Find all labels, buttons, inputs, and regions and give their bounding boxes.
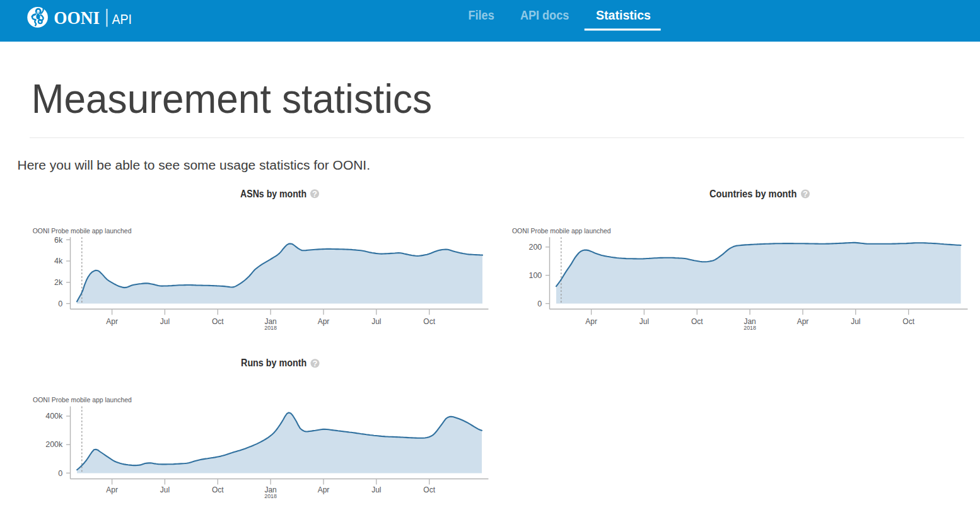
svg-text:Jul: Jul — [371, 317, 381, 326]
svg-text:OONI Probe mobile app launched: OONI Probe mobile app launched — [512, 227, 611, 235]
svg-text:Apr: Apr — [106, 485, 118, 494]
svg-text:Oct: Oct — [423, 317, 435, 326]
svg-text:?: ? — [803, 189, 808, 199]
svg-text:Jul: Jul — [371, 485, 381, 494]
svg-text:Jul: Jul — [639, 317, 649, 326]
svg-text:Files: Files — [469, 8, 494, 22]
svg-text:0: 0 — [537, 299, 542, 308]
svg-text:200: 200 — [528, 243, 542, 252]
svg-text:0: 0 — [58, 469, 62, 478]
svg-text:Apr: Apr — [106, 317, 118, 326]
svg-text:2018: 2018 — [264, 493, 277, 499]
svg-text:400k: 400k — [45, 412, 63, 421]
svg-text:Apr: Apr — [318, 317, 330, 326]
svg-text:Measurement statistics: Measurement statistics — [32, 76, 433, 122]
svg-text:Countries by month: Countries by month — [709, 188, 796, 199]
svg-text:API: API — [112, 12, 132, 27]
svg-text:Apr: Apr — [797, 317, 809, 326]
svg-text:Apr: Apr — [318, 485, 330, 494]
svg-text:2018: 2018 — [264, 325, 277, 331]
svg-text:ASNs by month: ASNs by month — [240, 188, 306, 199]
svg-text:?: ? — [312, 189, 317, 199]
svg-text:Oct: Oct — [691, 317, 703, 326]
svg-text:Oct: Oct — [212, 485, 224, 494]
svg-text:Oct: Oct — [212, 317, 224, 326]
svg-text:0: 0 — [58, 299, 62, 308]
svg-text:100: 100 — [528, 271, 542, 280]
svg-text:200k: 200k — [45, 440, 63, 449]
svg-text:Oct: Oct — [902, 317, 914, 326]
svg-text:Apr: Apr — [585, 317, 597, 326]
svg-text:?: ? — [313, 359, 318, 368]
svg-text:6k: 6k — [54, 236, 63, 245]
svg-text:Oct: Oct — [423, 485, 435, 494]
svg-text:4k: 4k — [54, 257, 63, 265]
svg-text:Runs by month: Runs by month — [241, 357, 306, 368]
svg-text:2018: 2018 — [744, 325, 756, 331]
svg-text:API docs: API docs — [520, 8, 569, 22]
svg-text:OONI Probe mobile app launched: OONI Probe mobile app launched — [33, 227, 132, 235]
svg-text:2k: 2k — [54, 278, 63, 287]
svg-text:Statistics: Statistics — [596, 8, 651, 22]
svg-text:Jul: Jul — [160, 485, 170, 494]
svg-text:Here you will be able to see s: Here you will be able to see some usage … — [18, 158, 371, 172]
svg-text:Jul: Jul — [851, 317, 860, 326]
svg-text:OONI Probe mobile app launched: OONI Probe mobile app launched — [33, 396, 132, 404]
svg-text:OONI: OONI — [54, 8, 100, 28]
svg-text:Jul: Jul — [160, 317, 170, 326]
